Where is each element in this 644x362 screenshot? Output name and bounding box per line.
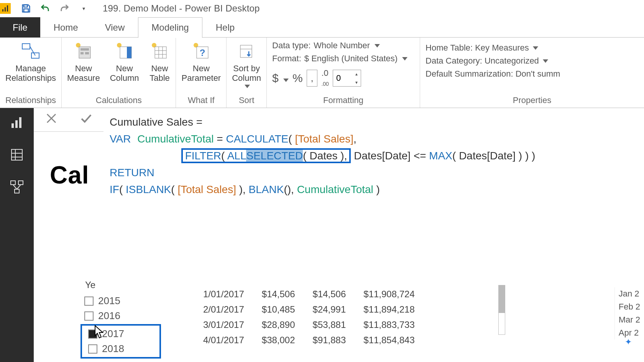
- cursor-icon: [94, 325, 105, 339]
- quick-access-toolbar: ▾: [20, 2, 90, 15]
- star-icon: ✦: [625, 337, 632, 347]
- table-row[interactable]: 3/01/2017$28,890$53,881$11,883,733: [199, 317, 429, 333]
- window-title: 199. Demo Model - Power BI Desktop: [103, 3, 260, 14]
- svg-rect-30: [12, 149, 22, 160]
- page-title: Cal: [34, 132, 104, 189]
- new-table-button[interactable]: New Table: [149, 41, 170, 83]
- svg-rect-36: [15, 189, 19, 193]
- group-calculations: New Measure New Column New Table Calcula…: [62, 38, 176, 108]
- group-formatting: Data type: Whole Number Format: $ Englis…: [267, 38, 420, 108]
- group-properties: Home Table: Key Measures Data Category: …: [420, 38, 644, 108]
- data-type-dropdown[interactable]: Data type: Whole Number: [272, 41, 414, 51]
- svg-text:?: ?: [200, 48, 205, 58]
- svg-rect-11: [80, 52, 84, 54]
- spin-up-icon[interactable]: ▲: [352, 70, 361, 78]
- svg-rect-27: [12, 123, 14, 128]
- format-dropdown[interactable]: Format: $ English (United States): [272, 54, 414, 64]
- app-logo-icon: [0, 3, 11, 14]
- redo-icon[interactable]: [58, 2, 71, 15]
- formula-editor[interactable]: Cumulative Sales = VAR CumulativeTotal =…: [104, 108, 644, 205]
- summarization-dropdown[interactable]: Default Summarization: Don't summ: [426, 69, 639, 79]
- svg-rect-35: [18, 181, 23, 185]
- data-view-icon[interactable]: [8, 146, 25, 163]
- tab-modeling[interactable]: Modeling: [138, 17, 202, 38]
- svg-rect-17: [155, 47, 166, 58]
- currency-button[interactable]: $: [272, 72, 289, 85]
- year-slicer: Ye 2015 2016 2017 2018: [80, 280, 161, 359]
- group-sort: Sort by Column Sort: [227, 38, 267, 108]
- tab-view[interactable]: View: [92, 17, 138, 38]
- svg-rect-3: [24, 5, 27, 7]
- undo-icon[interactable]: [39, 2, 51, 15]
- svg-rect-15: [127, 47, 131, 58]
- chevron-down-icon: [245, 85, 250, 88]
- new-parameter-button[interactable]: ? New Parameter: [181, 41, 221, 83]
- chevron-down-icon: [543, 59, 548, 63]
- percent-button[interactable]: %: [292, 72, 303, 85]
- svg-rect-25: [240, 45, 252, 57]
- checkbox-icon[interactable]: [84, 311, 94, 321]
- sort-icon: [236, 41, 257, 62]
- manage-relationships-button[interactable]: Manage Relationships: [5, 41, 56, 83]
- svg-line-37: [13, 185, 17, 189]
- svg-rect-2: [7, 5, 8, 11]
- model-view-icon[interactable]: [8, 179, 25, 195]
- svg-rect-0: [2, 9, 3, 11]
- scrollbar[interactable]: [498, 285, 505, 335]
- tab-help[interactable]: Help: [202, 17, 248, 38]
- cancel-formula-icon[interactable]: [45, 112, 58, 128]
- decimal-places-input[interactable]: ▲▼: [333, 70, 361, 87]
- data-table: 1/01/2017$14,506$14,506$11,908,724 2/01/…: [199, 287, 429, 348]
- new-table-icon: [149, 41, 170, 62]
- chevron-down-icon: [283, 79, 289, 82]
- tab-home[interactable]: Home: [40, 17, 92, 38]
- new-parameter-icon: ?: [191, 41, 212, 62]
- svg-rect-12: [85, 52, 89, 54]
- new-column-button[interactable]: New Column: [110, 41, 139, 83]
- svg-rect-34: [11, 181, 15, 185]
- svg-rect-4: [24, 9, 28, 12]
- svg-rect-5: [22, 44, 30, 49]
- commit-formula-icon[interactable]: [80, 112, 93, 128]
- thousands-button[interactable]: ,: [307, 70, 318, 87]
- svg-rect-29: [19, 117, 21, 128]
- report-view-icon[interactable]: [8, 114, 25, 131]
- data-category-dropdown[interactable]: Data Category: Uncategorized: [426, 56, 639, 66]
- svg-rect-10: [80, 48, 89, 51]
- decimal-icon[interactable]: .0.00: [321, 68, 329, 88]
- new-column-icon: [114, 41, 135, 62]
- chevron-down-icon: [402, 57, 407, 61]
- relationships-icon: [20, 41, 41, 62]
- table-row[interactable]: 2/01/2017$10,485$24,991$11,894,218: [199, 302, 429, 317]
- spin-down-icon[interactable]: ▼: [352, 78, 361, 87]
- ribbon-tabs: File Home View Modeling Help: [0, 17, 644, 38]
- save-icon[interactable]: [20, 2, 32, 15]
- new-measure-button[interactable]: New Measure: [67, 41, 100, 83]
- svg-rect-1: [5, 7, 6, 11]
- table-row[interactable]: 4/01/2017$38,002$91,883$11,854,843: [199, 333, 429, 348]
- group-relationships: Manage Relationships Relationships: [0, 38, 62, 108]
- checkbox-icon[interactable]: [84, 296, 94, 306]
- home-table-dropdown[interactable]: Home Table: Key Measures: [426, 43, 639, 53]
- tab-file[interactable]: File: [0, 17, 40, 38]
- group-whatif: ? New Parameter What If: [176, 38, 227, 108]
- ribbon: Manage Relationships Relationships New M…: [0, 38, 644, 108]
- qat-dropdown-icon[interactable]: ▾: [77, 2, 90, 15]
- chevron-down-icon: [533, 46, 538, 50]
- slicer-item-2018[interactable]: 2018: [84, 341, 157, 356]
- new-measure-icon: [73, 41, 94, 62]
- view-rail: [0, 108, 34, 362]
- title-bar: ▾ 199. Demo Model - Power BI Desktop: [0, 0, 644, 17]
- sort-by-column-button[interactable]: Sort by Column: [232, 41, 261, 88]
- checkbox-icon[interactable]: [88, 344, 97, 354]
- slicer-label: Ye: [80, 280, 161, 290]
- chevron-down-icon: [375, 44, 380, 48]
- formula-actions: [34, 108, 104, 132]
- table-row[interactable]: 1/01/2017$14,506$14,506$11,908,724: [199, 287, 429, 302]
- month-axis: Jan 2 Feb 2 Mar 2 Apr 2: [614, 287, 644, 339]
- svg-rect-28: [15, 120, 18, 128]
- slicer-item-2016[interactable]: 2016: [80, 308, 161, 323]
- slicer-item-2015[interactable]: 2015: [80, 293, 161, 308]
- svg-line-38: [17, 185, 21, 189]
